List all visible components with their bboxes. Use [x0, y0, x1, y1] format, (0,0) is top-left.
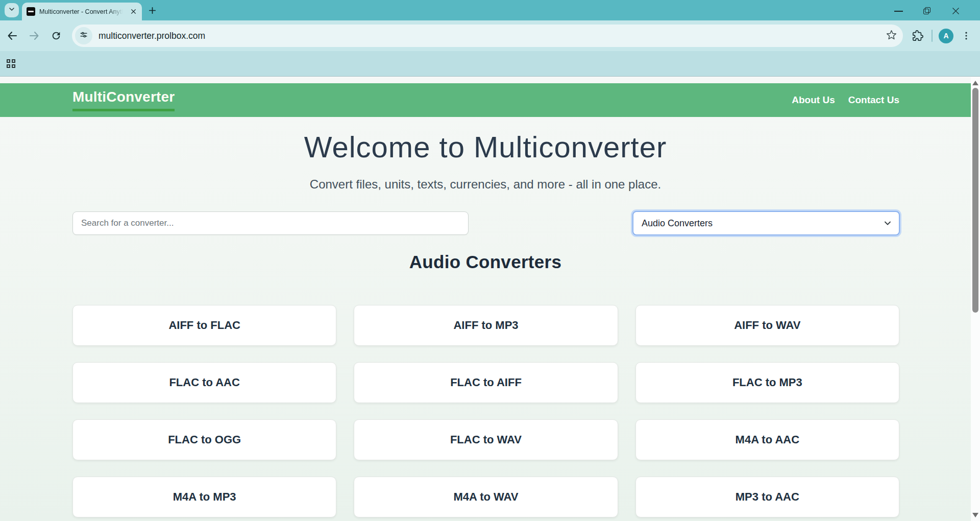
- avatar-letter: A: [943, 32, 948, 40]
- back-button[interactable]: [6, 29, 19, 42]
- toolbar-divider: [932, 30, 933, 42]
- tab-strip: Multiconverter - Convert Anythi: [0, 0, 980, 20]
- converter-card[interactable]: MP3 to AAC: [635, 477, 899, 517]
- tab-close-icon[interactable]: [129, 7, 138, 16]
- converter-card[interactable]: FLAC to OGG: [72, 419, 336, 460]
- category-select-wrap: Audio Converters: [632, 211, 900, 235]
- site-info-button[interactable]: [75, 27, 92, 44]
- forward-button[interactable]: [28, 29, 41, 42]
- browser-tab[interactable]: Multiconverter - Convert Anythi: [22, 3, 142, 20]
- address-bar[interactable]: multiconverter.prolbox.com: [72, 25, 903, 47]
- converter-card[interactable]: FLAC to WAV: [354, 419, 618, 460]
- window-close-button[interactable]: [951, 7, 960, 15]
- page-title: Welcome to Multiconverter: [0, 124, 971, 170]
- scroll-down-arrow-icon[interactable]: [972, 513, 978, 517]
- url-text[interactable]: multiconverter.prolbox.com: [99, 31, 886, 41]
- converter-grid: AIFF to FLACAIFF to MP3AIFF to WAVFLAC t…: [72, 305, 899, 517]
- converter-card[interactable]: AIFF to WAV: [635, 305, 899, 346]
- converter-card[interactable]: AIFF to FLAC: [72, 305, 336, 346]
- browser-menu-button[interactable]: [960, 29, 973, 42]
- site-logo[interactable]: MultiConverter: [72, 89, 175, 111]
- converter-card[interactable]: M4A to WAV: [354, 477, 618, 517]
- page-subtitle: Convert files, units, texts, currencies,…: [0, 177, 971, 192]
- browser-toolbar: multiconverter.prolbox.com A: [0, 20, 980, 51]
- apps-grid-icon[interactable]: [7, 59, 16, 68]
- tab-search-button[interactable]: [5, 3, 19, 17]
- scrollbar-thumb[interactable]: [972, 88, 978, 313]
- page-scrollbar[interactable]: [971, 77, 980, 521]
- bookmark-star-icon[interactable]: [886, 30, 897, 42]
- site-header: MultiConverter About Us Contact Us: [0, 83, 971, 117]
- scroll-up-arrow-icon[interactable]: [972, 81, 978, 85]
- tab-title: Multiconverter - Convert Anythi: [39, 8, 125, 15]
- converter-card[interactable]: FLAC to AIFF: [354, 362, 618, 403]
- search-input[interactable]: [72, 211, 469, 235]
- bookmarks-bar: [0, 51, 980, 77]
- converter-card[interactable]: M4A to MP3: [72, 477, 336, 517]
- window-restore-button[interactable]: [923, 7, 932, 16]
- converter-card[interactable]: AIFF to MP3: [354, 305, 618, 346]
- header-nav: About Us Contact Us: [792, 94, 899, 106]
- section-title: Audio Converters: [0, 252, 971, 272]
- window-minimize-button[interactable]: [894, 6, 903, 12]
- category-select[interactable]: Audio Converters: [632, 211, 900, 235]
- tune-icon: [79, 30, 88, 41]
- converter-card[interactable]: M4A to AAC: [635, 419, 899, 460]
- page-content: MultiConverter About Us Contact Us Welco…: [0, 77, 971, 521]
- profile-avatar[interactable]: A: [939, 29, 953, 43]
- new-tab-button[interactable]: [146, 5, 158, 16]
- chevron-down-icon: [8, 5, 16, 15]
- converter-card[interactable]: FLAC to AAC: [72, 362, 336, 403]
- reload-button[interactable]: [50, 29, 63, 42]
- converter-card[interactable]: FLAC to MP3: [635, 362, 899, 403]
- extensions-button[interactable]: [911, 29, 924, 42]
- tab-favicon-icon: [27, 7, 35, 16]
- nav-about-us-link[interactable]: About Us: [792, 94, 835, 106]
- nav-contact-us-link[interactable]: Contact Us: [848, 94, 899, 106]
